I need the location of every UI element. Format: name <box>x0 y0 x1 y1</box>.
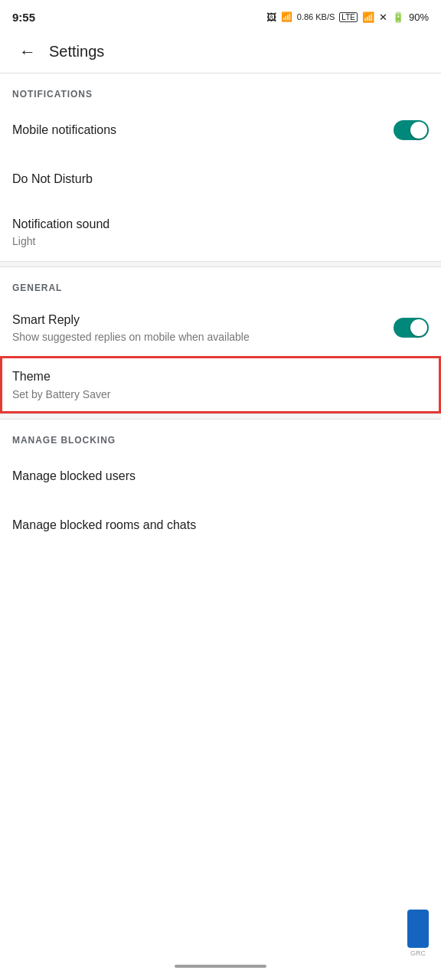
page-title: Settings <box>49 43 104 60</box>
setting-subtitle-theme: Set by Battery Saver <box>12 387 429 401</box>
sim-icon: 📶 <box>281 11 292 22</box>
settings-content: NOTIFICATIONSMobile notificationsDo Not … <box>0 74 441 550</box>
back-button[interactable]: ← <box>12 37 43 67</box>
data-speed: 0.86 KB/S <box>297 12 335 21</box>
section-notifications: NOTIFICATIONSMobile notificationsDo Not … <box>0 74 441 261</box>
section-divider-general <box>0 261 441 267</box>
setting-title-notification-sound: Notification sound <box>12 216 429 233</box>
setting-text-notification-sound: Notification soundLight <box>12 216 429 249</box>
setting-item-do-not-disturb[interactable]: Do Not Disturb <box>0 155 441 204</box>
setting-text-manage-blocked-users: Manage blocked users <box>12 468 429 485</box>
setting-item-smart-reply[interactable]: Smart ReplyShow suggested replies on mob… <box>0 299 441 357</box>
setting-item-manage-blocked-rooms[interactable]: Manage blocked rooms and chats <box>0 501 441 550</box>
section-header-manage-blocking: MANAGE BLOCKING <box>0 420 441 452</box>
setting-title-mobile-notifications: Mobile notifications <box>12 122 394 139</box>
setting-title-manage-blocked-rooms: Manage blocked rooms and chats <box>12 517 429 534</box>
app-bar: ← Settings <box>0 31 441 74</box>
setting-subtitle-notification-sound: Light <box>12 234 429 248</box>
setting-title-theme: Theme <box>12 368 429 385</box>
section-header-general: GENERAL <box>0 267 441 299</box>
toggle-knob-mobile-notifications <box>410 122 427 139</box>
fab-label: GRC <box>407 949 429 957</box>
setting-title-smart-reply: Smart Reply <box>12 312 394 328</box>
fab-area: GRC <box>407 910 429 957</box>
gallery-icon: 🖼 <box>266 11 276 23</box>
section-general: GENERALSmart ReplyShow suggested replies… <box>0 267 441 413</box>
toggle-smart-reply[interactable] <box>394 318 429 338</box>
setting-text-manage-blocked-rooms: Manage blocked rooms and chats <box>12 517 429 534</box>
setting-text-do-not-disturb: Do Not Disturb <box>12 171 429 188</box>
status-icons: 🖼 📶 0.86 KB/S LTE 📶 ✕ 🔋 90% <box>266 11 429 23</box>
back-arrow-icon: ← <box>19 42 36 62</box>
section-manage-blocking: MANAGE BLOCKINGManage blocked usersManag… <box>0 420 441 550</box>
lte-icon: LTE <box>339 12 358 22</box>
setting-text-smart-reply: Smart ReplyShow suggested replies on mob… <box>12 312 394 345</box>
setting-item-manage-blocked-users[interactable]: Manage blocked users <box>0 452 441 501</box>
home-indicator <box>175 965 266 968</box>
setting-item-notification-sound[interactable]: Notification soundLight <box>0 204 441 261</box>
setting-text-mobile-notifications: Mobile notifications <box>12 122 394 139</box>
section-header-notifications: NOTIFICATIONS <box>0 74 441 106</box>
fab-button[interactable] <box>407 910 429 948</box>
setting-title-manage-blocked-users: Manage blocked users <box>12 468 429 485</box>
status-bar: 9:55 🖼 📶 0.86 KB/S LTE 📶 ✕ 🔋 90% <box>0 0 441 31</box>
bottom-bar <box>0 934 441 980</box>
status-time: 9:55 <box>12 11 35 24</box>
setting-item-theme[interactable]: ThemeSet by Battery Saver <box>0 356 441 413</box>
setting-subtitle-smart-reply: Show suggested replies on mobile when av… <box>12 330 394 344</box>
battery-percent: 90% <box>409 11 429 23</box>
setting-item-mobile-notifications[interactable]: Mobile notifications <box>0 106 441 155</box>
toggle-knob-smart-reply <box>410 319 427 336</box>
signal-icon: ✕ <box>379 11 387 23</box>
section-divider-manage-blocking <box>0 413 441 420</box>
wifi-icon: 📶 <box>362 11 374 23</box>
setting-title-do-not-disturb: Do Not Disturb <box>12 171 429 188</box>
setting-text-theme: ThemeSet by Battery Saver <box>12 368 429 401</box>
battery-icon: 🔋 <box>392 11 404 23</box>
toggle-mobile-notifications[interactable] <box>394 120 429 140</box>
